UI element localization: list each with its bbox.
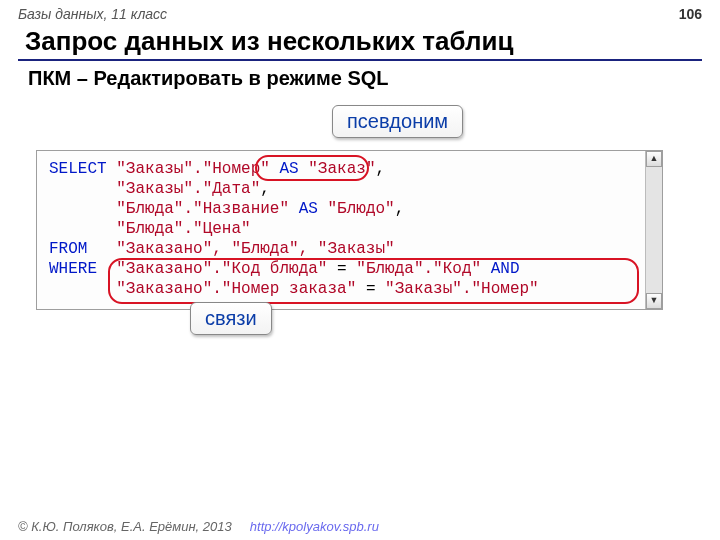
callout-alias: псевдоним — [332, 105, 463, 138]
subtitle: ПКМ – Редактировать в режиме SQL — [28, 67, 702, 90]
page-title: Запрос данных из нескольких таблиц — [25, 26, 702, 57]
kw-as: AS — [279, 160, 298, 178]
sel-col2: "Заказы"."Дата" — [116, 180, 260, 198]
scrollbar[interactable]: ▲ ▼ — [645, 151, 662, 309]
sql-code-panel: SELECT "Заказы"."Номер" AS "Заказ", "Зак… — [36, 150, 663, 310]
scroll-down-button[interactable]: ▼ — [646, 293, 662, 309]
course-label: Базы данных, 11 класс — [18, 6, 167, 22]
copyright: © К.Ю. Поляков, Е.А. Ерёмин, 2013 — [18, 519, 232, 534]
scroll-up-button[interactable]: ▲ — [646, 151, 662, 167]
where-left1: "Заказано"."Код блюда" — [116, 260, 327, 278]
kw-as: AS — [299, 200, 318, 218]
where-right1: "Блюда"."Код" — [356, 260, 481, 278]
kw-from: FROM — [49, 240, 87, 258]
alias1: "Заказ" — [308, 160, 375, 178]
footer-link[interactable]: http://kpolyakov.spb.ru — [250, 519, 379, 534]
sel-col1: "Заказы"."Номер" — [116, 160, 270, 178]
alias2: "Блюдо" — [327, 200, 394, 218]
sql-code: SELECT "Заказы"."Номер" AS "Заказ", "Зак… — [37, 151, 662, 309]
callout-links: связи — [190, 302, 272, 335]
kw-where: WHERE — [49, 260, 97, 278]
title-rule — [18, 59, 702, 61]
where-left2: "Заказано"."Номер заказа" — [116, 280, 356, 298]
kw-select: SELECT — [49, 160, 107, 178]
sel-col3: "Блюда"."Название" — [116, 200, 289, 218]
slide-footer: © К.Ю. Поляков, Е.А. Ерёмин, 2013 http:/… — [18, 519, 379, 534]
kw-and: AND — [491, 260, 520, 278]
from-tables: "Заказано", "Блюда", "Заказы" — [116, 240, 394, 258]
sel-col4: "Блюда"."Цена" — [116, 220, 250, 238]
page-number: 106 — [679, 6, 702, 22]
slide-header: Базы данных, 11 класс 106 — [0, 0, 720, 22]
where-right2: "Заказы"."Номер" — [385, 280, 539, 298]
